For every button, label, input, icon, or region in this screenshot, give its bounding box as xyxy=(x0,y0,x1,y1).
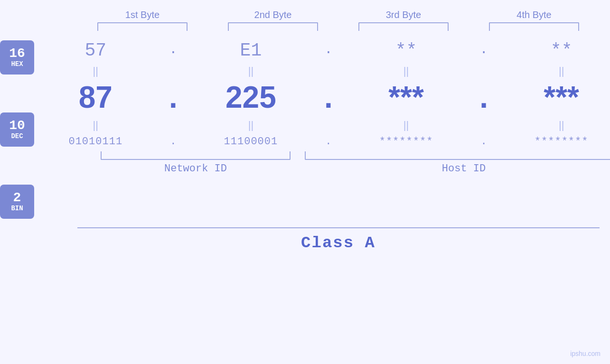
equals-5: || xyxy=(43,119,148,131)
dec-dot-3: . xyxy=(477,80,491,115)
dec-val-4: *** xyxy=(544,80,579,114)
dec-val-2: 225 xyxy=(225,80,276,114)
data-area: 57 . E1 . ** . ** || || xyxy=(34,36,610,175)
watermark: ipshu.com xyxy=(570,350,601,357)
bin-badge: 2 BIN xyxy=(0,185,34,219)
host-bracket xyxy=(305,151,610,160)
dec-cell-3: *** xyxy=(354,80,459,115)
bin-val-2: 11100001 xyxy=(224,136,278,148)
hex-cell-3: ** xyxy=(354,40,459,61)
dec-badge-number: 10 xyxy=(9,119,25,132)
bin-cell-3: ******** xyxy=(354,136,459,148)
bracket-byte2 xyxy=(228,22,318,31)
equals-row-2: || || || || xyxy=(34,117,610,134)
header-byte4: 4th Byte xyxy=(482,9,586,20)
class-label: Class A xyxy=(301,234,375,252)
bin-cell-2: 11100001 xyxy=(198,136,303,148)
header-byte1: 1st Byte xyxy=(90,9,195,20)
hex-val-2: E1 xyxy=(240,40,262,61)
hex-dot-3: . xyxy=(477,42,491,59)
badges-column: 16 HEX 10 DEC 2 BIN xyxy=(0,36,34,219)
dec-cell-4: *** xyxy=(509,80,610,115)
hex-badge-label: HEX xyxy=(11,60,23,68)
class-divider xyxy=(77,227,600,228)
hex-cell-4: ** xyxy=(509,40,610,61)
labels-row: Network ID Host ID xyxy=(101,163,610,175)
bin-cell-1: 01010111 xyxy=(43,136,148,148)
bin-val-1: 01010111 xyxy=(68,136,122,148)
main-container: 1st Byte 2nd Byte 3rd Byte 4th Byte 16 H… xyxy=(0,0,610,364)
dec-val-3: *** xyxy=(388,80,424,114)
equals-3: || xyxy=(354,65,459,77)
dec-dot-1: . xyxy=(166,80,180,115)
bin-val-4: ******** xyxy=(535,136,589,148)
bin-dot-2: . xyxy=(321,136,336,148)
hex-cell-1: 57 xyxy=(43,40,148,61)
bracket-byte1 xyxy=(97,22,188,31)
hex-dot-1: . xyxy=(166,42,180,59)
bin-cell-4: ******** xyxy=(509,136,610,148)
top-brackets xyxy=(77,22,600,31)
dec-badge-label: DEC xyxy=(11,132,23,140)
header-byte3: 3rd Byte xyxy=(351,9,456,20)
bin-dot-1: . xyxy=(166,136,180,148)
bracket-byte4 xyxy=(489,22,579,31)
equals-4: || xyxy=(509,65,610,77)
equals-2: || xyxy=(198,65,303,77)
equals-6: || xyxy=(198,119,303,131)
bin-data-row: 01010111 . 11100001 . ******** . *******… xyxy=(34,136,610,148)
header-byte2: 2nd Byte xyxy=(221,9,325,20)
dec-dot-2: . xyxy=(321,80,336,115)
hex-cell-2: E1 xyxy=(198,40,303,61)
hex-val-3: ** xyxy=(395,40,417,61)
bin-val-3: ******** xyxy=(379,136,433,148)
bracket-byte3 xyxy=(358,22,449,31)
hex-badge-number: 16 xyxy=(9,47,25,60)
network-bracket xyxy=(101,151,291,160)
byte-headers: 1st Byte 2nd Byte 3rd Byte 4th Byte xyxy=(77,9,600,20)
bin-badge-label: BIN xyxy=(11,205,23,213)
bottom-section: Network ID Host ID xyxy=(101,151,610,175)
class-label-row: Class A xyxy=(77,234,600,252)
host-id-label: Host ID xyxy=(305,163,610,175)
dec-val-1: 87 xyxy=(79,80,113,114)
equals-8: || xyxy=(509,119,610,131)
bottom-brackets xyxy=(101,151,610,160)
equals-1: || xyxy=(43,65,148,77)
hex-badge: 16 HEX xyxy=(0,40,34,75)
equals-7: || xyxy=(354,119,459,131)
bin-badge-number: 2 xyxy=(13,191,21,205)
dec-data-row: 87 . 225 . *** . *** xyxy=(34,80,610,115)
dec-badge: 10 DEC xyxy=(0,112,34,147)
dec-cell-1: 87 xyxy=(43,80,148,115)
content-area: 16 HEX 10 DEC 2 BIN 57 . E1 xyxy=(0,36,610,219)
hex-dot-2: . xyxy=(321,42,336,59)
hex-data-row: 57 . E1 . ** . ** xyxy=(34,40,610,61)
dec-cell-2: 225 xyxy=(198,80,303,115)
hex-val-1: 57 xyxy=(84,40,106,61)
hex-val-4: ** xyxy=(551,40,572,61)
equals-row-1: || || || || xyxy=(34,63,610,80)
network-id-label: Network ID xyxy=(101,163,291,175)
bin-dot-3: . xyxy=(477,136,491,148)
class-divider-wrap: Class A xyxy=(77,227,600,252)
